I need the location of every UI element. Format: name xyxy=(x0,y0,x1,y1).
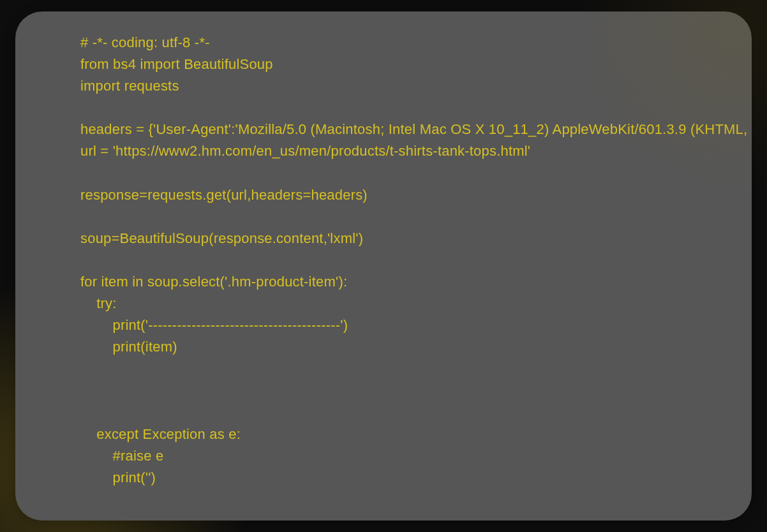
code-line-21: print('') xyxy=(80,469,156,485)
code-line-10: soup=BeautifulSoup(response.content,'lxm… xyxy=(80,230,363,246)
code-line-13: try: xyxy=(80,295,117,311)
code-line-2: from bs4 import BeautifulSoup xyxy=(80,56,273,72)
code-container: # -*- coding: utf-8 -*- from bs4 import … xyxy=(15,11,752,521)
code-line-1: # -*- coding: utf-8 -*- xyxy=(80,34,210,50)
code-line-19: except Exception as e: xyxy=(80,426,241,442)
code-line-5: headers = {'User-Agent':'Mozilla/5.0 (Ma… xyxy=(80,121,752,137)
code-line-12: for item in soup.select('.hm-product-ite… xyxy=(80,274,347,290)
code-line-15: print(item) xyxy=(80,339,177,355)
code-line-3: import requests xyxy=(80,78,179,94)
code-line-20: #raise e xyxy=(80,448,163,464)
code-block: # -*- coding: utf-8 -*- from bs4 import … xyxy=(80,32,696,489)
code-line-14: print('---------------------------------… xyxy=(80,317,348,333)
code-line-6: url = 'https://www2.hm.com/en_us/men/pro… xyxy=(80,143,530,159)
code-line-8: response=requests.get(url,headers=header… xyxy=(80,187,368,203)
